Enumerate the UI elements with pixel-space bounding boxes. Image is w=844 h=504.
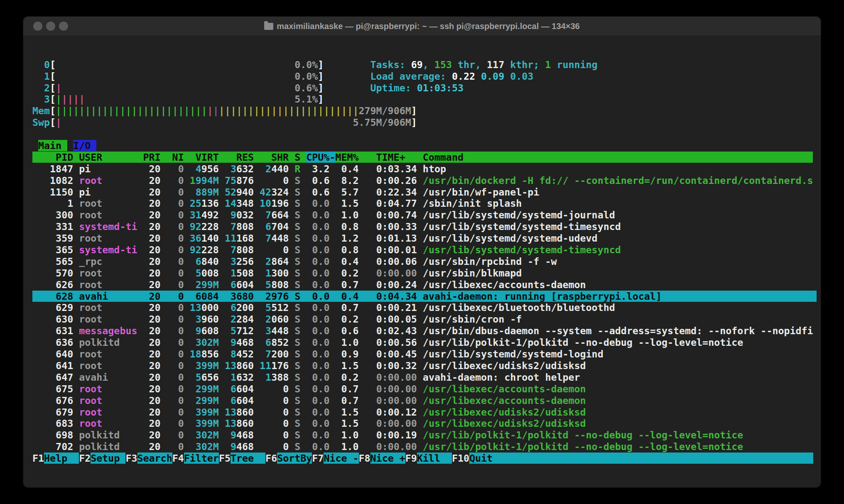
- fkey-label-F1: F1: [32, 453, 44, 464]
- process-row-675[interactable]: 675 root 20 0 299M 6604 0 S 0.0 0.7 0:00…: [32, 383, 817, 395]
- column-header-sort-cpu[interactable]: CPU%-: [306, 152, 335, 163]
- fkey-label-F9: F9: [405, 453, 417, 464]
- tab-io[interactable]: I/O: [73, 140, 96, 151]
- fkey-label-F7: F7: [312, 453, 324, 464]
- fkey-label-F2: F2: [79, 453, 91, 464]
- process-row-702[interactable]: 702 polkitd 20 0 302M 9468 0 S 0.0 1.0 0…: [32, 441, 817, 453]
- cpu-meter-3: 3[||||| 5.1%]: [32, 93, 817, 105]
- fkey-action-F5[interactable]: Tree: [231, 453, 265, 464]
- process-row-365[interactable]: 365 systemd-ti 20 0 92228 7808 0 S 0.0 0…: [32, 244, 817, 256]
- function-key-bar[interactable]: F1Help F2Setup F3SearchF4FilterF5Tree F6…: [32, 453, 817, 464]
- window-title-wrap: maximiliankaske — pi@raspberrypi: ~ — ss…: [264, 22, 579, 31]
- window-title: maximiliankaske — pi@raspberrypi: ~ — ss…: [277, 22, 579, 31]
- process-row-630[interactable]: 630 root 20 0 3960 2284 2060 S 0.0 0.2 0…: [32, 313, 817, 325]
- process-row-641[interactable]: 641 root 20 0 399M 13860 11176 S 0.0 1.5…: [32, 360, 817, 372]
- process-row-631[interactable]: 631 messagebus 20 0 9608 5712 3448 S 0.0…: [32, 325, 817, 337]
- fkey-label-F5: F5: [219, 453, 231, 464]
- process-row-640[interactable]: 640 root 20 0 18856 8452 7200 S 0.0 0.9 …: [32, 348, 817, 360]
- cpu-meter-2: 2[| 0.6%] Uptime: 01:03:53: [32, 82, 817, 94]
- process-row-1150[interactable]: 1150 pi 20 0 889M 52940 42324 S 0.6 5.7 …: [32, 186, 817, 198]
- process-row-647[interactable]: 647 avahi 20 0 5656 1632 1388 S 0.0 0.2 …: [32, 372, 817, 383]
- process-row-683[interactable]: 683 root 20 0 399M 13860 0 S 0.0 1.5 0:0…: [32, 418, 817, 429]
- fkey-action-F6[interactable]: SortBy: [277, 453, 312, 464]
- fkey-action-F4[interactable]: Filter: [184, 453, 219, 464]
- folder-icon: [264, 23, 273, 30]
- process-row-676[interactable]: 676 root 20 0 299M 6604 0 S 0.0 0.7 0:00…: [32, 395, 817, 406]
- column-headers-left[interactable]: PID USER PRI NI VIRT RES SHR S: [32, 152, 306, 163]
- process-row-570[interactable]: 570 root 20 0 5008 1508 1300 S 0.0 0.2 0…: [32, 267, 817, 279]
- terminal-window: maximiliankaske — pi@raspberrypi: ~ — ss…: [23, 17, 821, 487]
- minimize-button[interactable]: [46, 22, 55, 31]
- fkey-label-F3: F3: [125, 453, 137, 464]
- desktop: { "window": { "title": "maximiliankaske …: [0, 0, 844, 504]
- process-row-1847[interactable]: 1847 pi 20 0 4956 3632 2440 R 3.2 0.4 0:…: [32, 163, 817, 175]
- fkey-action-F7[interactable]: Nice -: [324, 453, 358, 464]
- process-row-359[interactable]: 359 root 20 0 36140 11168 7448 S 0.0 1.2…: [32, 232, 817, 244]
- blank-row: [32, 47, 817, 59]
- cpu-meter-0: 0[ 0.0%] Tasks: 69, 153 thr, 117 kthr; 1…: [32, 59, 817, 71]
- fkey-action-F1[interactable]: Help: [44, 453, 79, 464]
- fkey-label-F8: F8: [359, 453, 370, 464]
- screen-tabs: Main I/O: [32, 140, 817, 152]
- fkey-action-F10[interactable]: Quit: [469, 453, 813, 464]
- process-row-331[interactable]: 331 systemd-ti 20 0 92228 7808 6704 S 0.…: [32, 221, 817, 232]
- blank-row: [32, 128, 817, 140]
- cpu-meter-1: 1[ 0.0%] Load average: 0.22 0.09 0.03: [32, 71, 817, 82]
- fkey-label-F6: F6: [265, 453, 277, 464]
- process-row-679[interactable]: 679 root 20 0 399M 13860 0 S 0.0 1.5 0:0…: [32, 406, 817, 418]
- column-headers-right[interactable]: MEM% TIME+ Command: [335, 152, 813, 163]
- process-row-628[interactable]: 628 avahi 20 0 6084 3680 2976 S 0.0 0.4 …: [32, 291, 817, 302]
- window-titlebar[interactable]: maximiliankaske — pi@raspberrypi: ~ — ss…: [23, 17, 821, 36]
- process-row-636[interactable]: 636 polkitd 20 0 302M 9468 6852 S 0.0 1.…: [32, 337, 817, 348]
- memory-meter: Mem[||||||||||||||||||||||||||||||||||||…: [32, 105, 817, 117]
- process-row-629[interactable]: 629 root 20 0 13000 6200 5512 S 0.0 0.7 …: [32, 302, 817, 313]
- fkey-action-F3[interactable]: Search: [137, 453, 172, 464]
- blank-row: [32, 36, 817, 47]
- zoom-button[interactable]: [59, 22, 68, 31]
- close-button[interactable]: [33, 22, 42, 31]
- tab-main[interactable]: Main: [38, 140, 67, 151]
- fkey-action-F2[interactable]: Setup: [91, 453, 125, 464]
- traffic-lights: [33, 22, 68, 31]
- process-row-565[interactable]: 565 _rpc 20 0 6840 3256 2864 S 0.0 0.4 0…: [32, 256, 817, 267]
- process-row-1082[interactable]: 1082 root 20 0 1994M 75876 0 S 0.6 8.2 0…: [32, 175, 817, 186]
- fkey-label-F4: F4: [172, 453, 184, 464]
- process-row-698[interactable]: 698 polkitd 20 0 302M 9468 0 S 0.0 1.0 0…: [32, 429, 817, 441]
- table-header-row[interactable]: PID USER PRI NI VIRT RES SHR S CPU%-MEM%…: [32, 152, 817, 163]
- fkey-action-F9[interactable]: Kill: [417, 453, 452, 464]
- swap-meter: Swp[| 5.75M/906M]: [32, 117, 817, 128]
- fkey-action-F8[interactable]: Nice +: [370, 453, 405, 464]
- htop-screen: 0[ 0.0%] Tasks: 69, 153 thr, 117 kthr; 1…: [32, 36, 817, 487]
- process-row-1[interactable]: 1 root 20 0 25136 14348 10196 S 0.0 1.5 …: [32, 198, 817, 209]
- fkey-label-F10: F10: [452, 453, 469, 464]
- process-row-626[interactable]: 626 root 20 0 299M 6604 5808 S 0.0 0.7 0…: [32, 279, 817, 291]
- process-row-300[interactable]: 300 root 20 0 31492 9032 7664 S 0.0 1.0 …: [32, 209, 817, 221]
